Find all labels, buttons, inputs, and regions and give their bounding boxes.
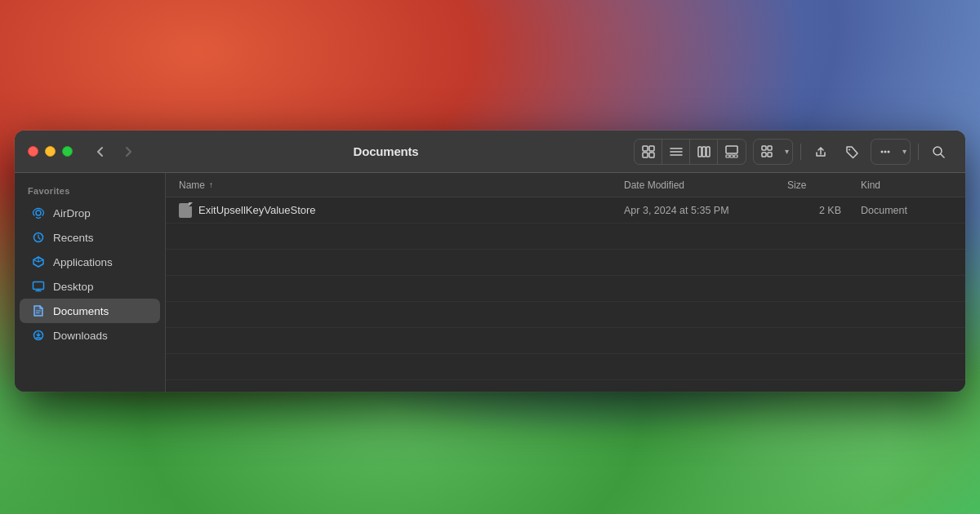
file-name-cell: ExitUpsellKeyValueStore — [166, 203, 614, 218]
sidebar-label-documents: Documents — [53, 305, 109, 317]
toolbar-divider-1 — [800, 144, 801, 160]
toolbar-divider-2 — [918, 144, 919, 160]
recents-icon — [31, 230, 46, 245]
sidebar-item-documents[interactable]: Documents — [20, 299, 160, 323]
svg-point-20 — [884, 150, 887, 153]
sidebar-label-applications: Applications — [53, 256, 113, 268]
search-button[interactable] — [924, 140, 952, 164]
svg-rect-2 — [643, 153, 648, 157]
column-view-button[interactable] — [690, 140, 718, 164]
col-name-header[interactable]: Name ↑ — [166, 179, 614, 191]
downloads-icon — [31, 328, 46, 343]
file-area: Name ↑ Date Modified Size Kind ExitUpsel… — [166, 173, 965, 392]
column-header: Name ↑ Date Modified Size Kind — [166, 173, 965, 197]
svg-point-18 — [849, 148, 850, 150]
tag-button[interactable] — [838, 140, 866, 164]
svg-point-24 — [36, 210, 41, 215]
svg-rect-11 — [726, 155, 729, 157]
file-icon — [179, 203, 192, 218]
documents-icon — [31, 304, 46, 318]
sidebar-label-recents: Recents — [53, 232, 94, 244]
more-button[interactable] — [871, 140, 899, 164]
airdrop-icon — [31, 206, 46, 220]
window-title: Documents — [140, 144, 632, 158]
col-kind-header[interactable]: Kind — [851, 179, 965, 191]
sidebar-item-desktop[interactable]: Desktop — [20, 274, 160, 299]
col-date-header[interactable]: Date Modified — [614, 179, 777, 191]
svg-point-21 — [888, 150, 890, 153]
svg-rect-7 — [698, 147, 702, 157]
file-date-cell: Apr 3, 2024 at 5:35 PM — [614, 205, 777, 216]
svg-rect-26 — [33, 282, 44, 290]
icon-view-button[interactable] — [635, 140, 662, 164]
group-arrow[interactable]: ▾ — [782, 140, 792, 164]
svg-rect-10 — [726, 146, 737, 153]
svg-rect-16 — [762, 153, 766, 157]
sidebar-label-desktop: Desktop — [53, 281, 94, 293]
sidebar-item-airdrop[interactable]: AirDrop — [20, 201, 160, 225]
empty-row-3 — [166, 276, 965, 302]
sidebar-item-recents[interactable]: Recents — [20, 225, 160, 250]
table-row[interactable]: ExitUpsellKeyValueStore Apr 3, 2024 at 5… — [166, 197, 965, 224]
group-button-group: ▾ — [753, 139, 793, 165]
svg-point-19 — [881, 150, 884, 153]
close-button[interactable] — [28, 146, 38, 157]
toolbar-actions: ▾ — [632, 139, 952, 165]
sidebar-label-airdrop: AirDrop — [53, 207, 91, 219]
more-arrow[interactable]: ▾ — [899, 140, 910, 164]
sort-arrow: ↑ — [209, 180, 213, 189]
empty-row-1 — [166, 224, 965, 250]
empty-row-5 — [166, 328, 965, 354]
file-kind-cell: Document — [851, 205, 965, 216]
finder-window: Documents — [15, 131, 965, 392]
applications-icon — [31, 255, 46, 269]
sidebar-item-downloads[interactable]: Downloads — [20, 323, 160, 348]
svg-rect-0 — [643, 146, 648, 151]
list-view-button[interactable] — [662, 140, 690, 164]
nav-buttons — [89, 140, 140, 163]
svg-rect-8 — [702, 147, 706, 157]
sidebar: Favorites AirDrop — [15, 173, 166, 392]
empty-row-4 — [166, 302, 965, 328]
svg-line-23 — [941, 154, 944, 157]
file-size-cell: 2 KB — [777, 205, 851, 216]
svg-rect-9 — [706, 147, 710, 157]
traffic-lights — [28, 146, 73, 157]
file-name: ExitUpsellKeyValueStore — [198, 204, 316, 216]
share-button[interactable] — [807, 140, 835, 164]
content-area: Favorites AirDrop — [15, 173, 965, 392]
more-button-group: ▾ — [871, 139, 911, 165]
col-size-header[interactable]: Size — [777, 179, 851, 191]
sidebar-label-downloads: Downloads — [53, 330, 108, 342]
desktop-icon — [31, 279, 46, 294]
svg-rect-12 — [730, 155, 733, 157]
minimize-button[interactable] — [45, 146, 56, 157]
gallery-view-button[interactable] — [718, 140, 746, 164]
sidebar-section-favorites: Favorites — [15, 183, 165, 201]
sidebar-item-applications[interactable]: Applications — [20, 250, 160, 274]
svg-rect-1 — [649, 146, 654, 151]
svg-rect-14 — [762, 146, 766, 150]
back-button[interactable] — [89, 140, 112, 163]
svg-rect-3 — [649, 153, 654, 157]
svg-rect-15 — [768, 146, 772, 150]
svg-rect-13 — [734, 155, 737, 157]
group-button[interactable] — [754, 140, 782, 164]
empty-row-2 — [166, 250, 965, 276]
view-mode-group — [634, 139, 746, 165]
forward-button[interactable] — [117, 140, 140, 163]
title-bar: Documents — [15, 131, 965, 173]
maximize-button[interactable] — [62, 146, 73, 157]
empty-row-6 — [166, 354, 965, 380]
svg-rect-17 — [768, 153, 772, 157]
